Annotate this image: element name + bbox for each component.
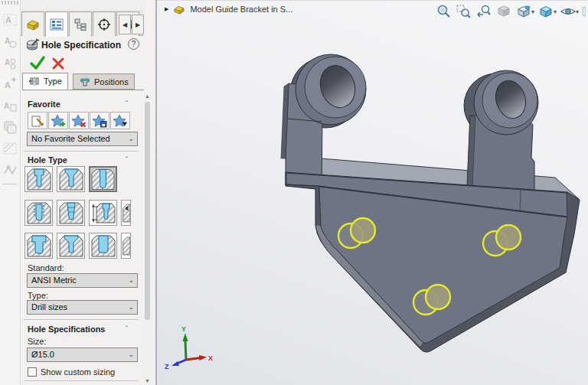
- favorite-select[interactable]: No Favorite Selected ⌄: [27, 132, 138, 146]
- type-tab-icon: [28, 76, 41, 86]
- tab-type[interactable]: Type: [22, 73, 68, 90]
- solidworks-window: { "left_toolbar": { "icons": ["note-icon…: [0, 0, 588, 385]
- ok-check-icon[interactable]: [29, 54, 46, 71]
- favorite-collapse-icon[interactable]: ˆ: [126, 100, 133, 107]
- hole-preview-circle[interactable]: [426, 285, 450, 309]
- section-view-icon[interactable]: [495, 3, 513, 20]
- scroll-up-icon[interactable]: ▲: [144, 92, 151, 100]
- reference-triad: Y X Z: [165, 325, 213, 370]
- tab-scroll-left[interactable]: ◀: [119, 15, 131, 34]
- delete-favorite-icon[interactable]: [69, 112, 89, 129]
- toolbar-overflow-partial[interactable]: [581, 3, 586, 20]
- favorite-header: Favorite: [28, 100, 60, 109]
- dimxpertmanager-tab[interactable]: [93, 11, 116, 36]
- manager-tab-strip: ◀ ▶: [21, 10, 144, 36]
- triad-x-label: X: [208, 354, 213, 362]
- size-select[interactable]: Ø15.0 ⌄: [27, 347, 138, 362]
- property-manager-panel: ◀ ▶ Hole Specification ? Type: [21, 0, 144, 385]
- hole-type-more-partial[interactable]: [121, 200, 131, 226]
- propertymanager-tab[interactable]: [45, 11, 68, 37]
- bracket-model[interactable]: [281, 54, 580, 352]
- panel-scrollbar[interactable]: ▲ ▼: [144, 92, 151, 385]
- note-icon[interactable]: A: [2, 12, 18, 29]
- view-orientation-icon[interactable]: ▾: [514, 3, 535, 20]
- part-icon: [173, 4, 185, 15]
- hole-type-slot[interactable]: [89, 233, 117, 259]
- hole-type-counterbore[interactable]: [24, 166, 53, 192]
- area-hatch-icon[interactable]: [2, 141, 18, 158]
- type-select[interactable]: Drill sizes ⌄: [27, 300, 138, 315]
- display-style-icon[interactable]: ▾: [537, 3, 557, 20]
- breadcrumb[interactable]: ▶ Model Guide Bracket in S...: [165, 4, 292, 15]
- model-canvas[interactable]: Y X Z: [157, 1, 588, 385]
- panel-actions: [21, 54, 144, 73]
- add-favorite-icon[interactable]: [48, 112, 68, 129]
- positions-tab-icon: [79, 77, 91, 87]
- hole-specifications-collapse-icon[interactable]: ˆ: [126, 325, 133, 332]
- panel-title: Hole Specification: [41, 40, 121, 51]
- hole-type-counterbore-slot[interactable]: [24, 233, 53, 259]
- surface-finish-icon[interactable]: A: [2, 98, 18, 115]
- scrollbar-thumb[interactable]: [145, 102, 150, 320]
- breadcrumb-expand-icon[interactable]: ▶: [165, 6, 168, 12]
- section-divider: [24, 380, 139, 381]
- standard-select[interactable]: ANSI Metric ⌄: [27, 273, 138, 288]
- tab-positions[interactable]: Positions: [73, 73, 135, 90]
- auto-balloon-icon[interactable]: A: [2, 77, 18, 93]
- svg-text:A: A: [5, 58, 10, 67]
- chevron-down-icon[interactable]: ▾: [554, 8, 557, 15]
- triad-z-label: Z: [165, 363, 169, 370]
- svg-text:A: A: [5, 80, 11, 90]
- hole-type-legacy-hole[interactable]: [89, 200, 117, 226]
- zoom-to-fit-icon[interactable]: [435, 3, 453, 20]
- graphics-viewport[interactable]: Y X Z ▶ Model Guide Bracket in S...: [157, 0, 588, 385]
- stacked-balloon-icon[interactable]: A: [2, 55, 18, 72]
- hole-wizard-icon: [26, 38, 40, 52]
- section-divider: [24, 151, 139, 152]
- chevron-left-icon: ◀: [122, 21, 127, 28]
- featuremanager-tab[interactable]: [21, 11, 44, 36]
- hole-preview-circle[interactable]: [496, 225, 521, 250]
- weld-symbol-icon[interactable]: [2, 162, 18, 179]
- hole-type-straight-tap[interactable]: [24, 200, 53, 226]
- chevron-down-icon: ⌄: [128, 303, 134, 311]
- hole-type-hole[interactable]: [89, 166, 117, 192]
- copy-layers-icon[interactable]: [2, 119, 18, 136]
- propertymanager-tab-icon: [48, 18, 65, 31]
- hole-type-countersink-slot[interactable]: [57, 233, 85, 259]
- svg-text:A: A: [5, 37, 10, 45]
- chevron-down-icon[interactable]: ▾: [531, 8, 534, 15]
- configurationmanager-tab-icon: [72, 18, 89, 31]
- zoom-to-area-icon[interactable]: [455, 3, 473, 20]
- chevron-down-icon[interactable]: ▾: [576, 8, 579, 15]
- hide-show-items-icon[interactable]: ▾: [559, 3, 580, 20]
- tab-scroll-right[interactable]: ▶: [132, 15, 144, 34]
- hole-type-tapered-tap[interactable]: [57, 200, 85, 226]
- load-favorite-icon[interactable]: [110, 112, 130, 129]
- show-custom-sizing-checkbox[interactable]: [28, 367, 37, 377]
- hole-type-collapse-icon[interactable]: ˆ: [126, 155, 133, 163]
- configurationmanager-tab[interactable]: [69, 11, 92, 36]
- hole-type-countersink[interactable]: [57, 166, 85, 192]
- previous-view-icon[interactable]: [475, 3, 493, 20]
- right-lug[interactable]: [464, 70, 538, 192]
- hole-type-more-partial-2[interactable]: [121, 233, 131, 259]
- save-favorite-icon[interactable]: [90, 112, 109, 129]
- toolbar-grip[interactable]: [2, 1, 20, 5]
- breadcrumb-title[interactable]: Model Guide Bracket in S...: [190, 5, 292, 14]
- scroll-down-icon[interactable]: ▼: [144, 377, 151, 385]
- svg-text:A: A: [4, 102, 9, 110]
- triad-y-label: Y: [181, 325, 186, 333]
- cancel-x-icon[interactable]: [51, 57, 65, 70]
- help-icon[interactable]: ?: [128, 38, 139, 50]
- apply-defaults-icon[interactable]: [28, 112, 47, 129]
- hole-specifications-header: Hole Specifications: [28, 325, 105, 334]
- size-select-value: Ø15.0: [31, 350, 54, 359]
- standard-label: Standard:: [28, 263, 64, 272]
- section-divider: [24, 319, 139, 320]
- balloon-icon[interactable]: A: [2, 34, 18, 51]
- tab-positions-label: Positions: [94, 77, 129, 86]
- tabs-underline: [22, 90, 144, 90]
- hole-preview-circle[interactable]: [351, 218, 375, 243]
- type-select-value: Drill sizes: [31, 302, 67, 312]
